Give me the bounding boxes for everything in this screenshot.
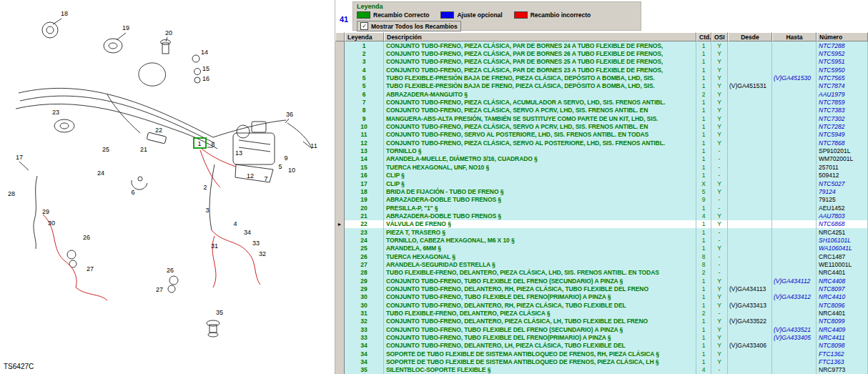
row-part-number[interactable]: NRC4408 — [817, 277, 868, 285]
diagram-callout[interactable]: 23 — [52, 109, 59, 116]
row-selector[interactable] — [335, 155, 345, 163]
diagram-callout[interactable]: 7 — [264, 175, 267, 182]
row-part-number[interactable]: NRC4401 — [817, 309, 868, 317]
row-part-number[interactable]: CRC1487 — [817, 252, 868, 260]
row-selector[interactable] — [335, 277, 345, 285]
table-row[interactable]: 23PIEZA T, TRASERO §1-NRC4251 — [335, 228, 868, 236]
row-selector[interactable] — [335, 179, 345, 187]
diagram-callout[interactable]: 10 — [288, 167, 295, 174]
diagram-callout[interactable]: 30 — [48, 220, 55, 227]
table-row[interactable]: 15TUERCA HEXAGONAL, UNF, NO10 §1-257011 — [335, 163, 868, 171]
diagram-callout[interactable]: 4 — [233, 220, 237, 227]
table-row[interactable]: ►22VÁLVULA DE FRENO §1YNTC6868 — [335, 220, 868, 228]
row-selector[interactable] — [335, 58, 345, 66]
table-row[interactable]: 34SOPORTE DE TUBO FLEXIBLE DE SISTEMA AN… — [335, 350, 868, 358]
header-numero[interactable]: Número — [817, 32, 868, 41]
row-selector[interactable] — [335, 245, 345, 252]
diagram-callout[interactable]: 5 — [278, 163, 282, 170]
diagram-callout[interactable]: 11 — [310, 142, 317, 149]
row-selector[interactable] — [335, 285, 345, 292]
row-selector[interactable] — [335, 212, 345, 220]
row-part-number[interactable]: AAU7803 — [817, 212, 868, 220]
row-part-number[interactable]: NTC8096 — [817, 301, 868, 309]
diagram-callout[interactable]: 6 — [131, 189, 134, 196]
row-selector[interactable] — [335, 196, 345, 204]
diagram-callout[interactable]: 12 — [247, 172, 254, 179]
table-row[interactable]: 26TUERCA HEXAGONAL §8-CRC1487 — [335, 252, 868, 260]
table-row[interactable]: 20PRESILLA-P, "1" §1-AEU1452 — [335, 204, 868, 212]
header-hasta[interactable]: Hasta — [772, 32, 817, 41]
row-part-number[interactable]: NTC7302 — [817, 114, 868, 122]
diagram-callout[interactable]: 24 — [97, 169, 104, 177]
row-selector[interactable] — [335, 187, 345, 195]
diagram-callout[interactable]: 2 — [203, 184, 207, 191]
row-part-number[interactable]: NTC8097 — [817, 285, 868, 292]
row-part-number[interactable]: FTC1363 — [817, 358, 868, 365]
row-selector[interactable] — [335, 350, 345, 358]
diagram-callout[interactable]: 25 — [102, 146, 109, 153]
row-part-number[interactable]: NTC7383 — [817, 107, 868, 114]
row-part-number[interactable]: WM702001L — [817, 155, 868, 163]
diagram-callout[interactable]: 28 — [8, 190, 15, 197]
row-part-number[interactable]: AEU1452 — [817, 204, 868, 212]
row-selector[interactable] — [335, 122, 345, 130]
row-selector-arrow-icon[interactable]: ► — [335, 220, 345, 228]
table-row[interactable]: 16CLIP §1-509412 — [335, 172, 868, 179]
parts-diagram[interactable]: 1819201415162336228111172521246282930262… — [0, 0, 335, 374]
row-selector[interactable] — [335, 228, 345, 236]
diagram-callout[interactable]: 19 — [122, 24, 129, 31]
diagram-callout[interactable]: 21 — [140, 146, 147, 153]
row-selector[interactable] — [335, 74, 345, 82]
table-row[interactable]: 17CLIP §XYNTC5027 — [335, 179, 868, 187]
table-row[interactable]: 33CONJUNTO TUBO-FRENO, TUBO FLEXIBLE DEL… — [335, 333, 868, 341]
row-part-number[interactable]: NRC4409 — [817, 325, 868, 333]
row-selector[interactable] — [335, 66, 345, 74]
row-part-number[interactable]: NRC4251 — [817, 228, 868, 236]
row-selector[interactable] — [335, 333, 345, 341]
table-row[interactable]: 34SOPORTE DE TUBO FLEXIBLE DE SISTEMA AN… — [335, 358, 868, 365]
row-selector[interactable] — [335, 260, 345, 268]
row-part-number[interactable]: NTC5949 — [817, 131, 868, 139]
diagram-callout[interactable]: 22 — [155, 127, 162, 134]
row-part-number[interactable]: SP910201L — [817, 147, 868, 154]
table-row[interactable]: 30CONJUNTO TUBO-FRENO, TUBO FLEXIBLE DEL… — [335, 293, 868, 301]
table-row[interactable]: 1CONJUNTO TUBO-FRENO, PIEZA CLÁSICA, PAR… — [335, 41, 868, 49]
table-row[interactable]: 19ABRAZADERA-DOBLE TUBO FRENOS §9-79125 — [335, 196, 868, 204]
table-row[interactable]: 25ARANDELA, 6MM §1YWA106041L — [335, 245, 868, 252]
diagram-callout[interactable]: 17 — [16, 154, 23, 161]
diagram-callout[interactable]: 36 — [286, 111, 293, 118]
row-part-number[interactable]: FTC1362 — [817, 350, 868, 358]
row-selector[interactable] — [335, 325, 345, 333]
table-row[interactable]: 21ABRAZADERA-DOBLE TUBO FRENOS §4YAAU780… — [335, 212, 868, 220]
show-all-checkbox[interactable]: ✓ — [360, 22, 368, 30]
row-selector[interactable] — [335, 107, 345, 114]
row-part-number[interactable]: WE110001L — [817, 260, 868, 268]
table-row[interactable]: 33CONJUNTO TUBO-FRENO, TUBO FLEXIBLE DEL… — [335, 325, 868, 333]
table-row[interactable]: 30CONJUNTO TUBO-FRENO, DELANTERO, RH, PI… — [335, 301, 868, 309]
show-all-toggle[interactable]: ✓ Mostrar Todos los Recambios — [357, 21, 461, 31]
header-osi[interactable]: OSI — [711, 32, 728, 41]
table-row[interactable]: 14ARANDELA-MUELLE, DIÁMETRO 3/16, CUADRA… — [335, 155, 868, 163]
diagram-callout[interactable]: 31 — [211, 242, 218, 250]
row-selector[interactable] — [335, 269, 345, 277]
table-row[interactable]: 32CONJUNTO TUBO-FRENO, DELANTERO, PIEZA … — [335, 318, 868, 325]
row-part-number[interactable]: NTC7282 — [817, 122, 868, 130]
table-row[interactable]: 5TUBO FLEXIBLE-PRESIÓN BAJA DE FRENO, PI… — [335, 82, 868, 90]
diagram-callout[interactable]: 26 — [167, 267, 174, 274]
row-part-number[interactable]: NTC6868 — [817, 220, 868, 228]
diagram-callout[interactable]: 3 — [205, 207, 209, 214]
table-row[interactable]: 29CONJUNTO TUBO-FRENO, DELANTERO, RH, PI… — [335, 285, 868, 292]
row-selector[interactable] — [335, 358, 345, 365]
table-row[interactable]: 2CONJUNTO TUBO-FRENO, PIEZA CLÁSICA, PAR… — [335, 49, 868, 57]
row-part-number[interactable]: NTC7874 — [817, 82, 868, 90]
diagram-callout[interactable]: 35 — [216, 309, 223, 316]
diagram-callout[interactable]: 27 — [87, 265, 94, 272]
table-row[interactable]: 4CONJUNTO TUBO-FRENO, PIEZA CLÁSICA, PAR… — [335, 66, 868, 74]
row-part-number[interactable]: 79125 — [817, 196, 868, 204]
table-row[interactable]: 12CONJUNTO TUBO-FRENO, PIEZA CLÁSICA, SE… — [335, 139, 868, 147]
table-row[interactable]: 31TUBO FLEXIBLE-FRENO, DELANTERO, PIEZA … — [335, 309, 868, 317]
header-leyenda[interactable]: Leyenda — [345, 32, 384, 41]
table-row[interactable]: 10CONJUNTO TUBO-FRENO, PIEZA CLÁSICA, SE… — [335, 122, 868, 130]
table-row[interactable]: 35SILENTBLOC-SOPORTE FLEXIBLE §4-NRC9773 — [335, 366, 868, 374]
row-selector[interactable] — [335, 82, 345, 90]
